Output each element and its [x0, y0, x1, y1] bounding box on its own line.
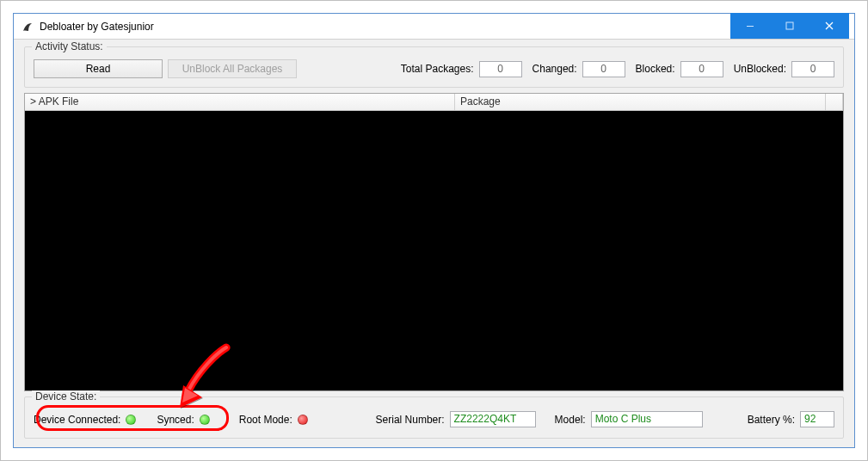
close-button[interactable] — [810, 13, 849, 39]
minimize-button[interactable] — [730, 13, 770, 39]
changed-value: 0 — [582, 61, 625, 77]
battery-value: 92 — [800, 411, 834, 427]
app-window: Debloater by Gatesjunior Activity Status… — [13, 13, 855, 448]
svg-rect-0 — [747, 26, 754, 27]
device-legend: Device State: — [32, 390, 100, 403]
unblocked-label: UnBlocked: — [734, 63, 786, 75]
changed-label: Changed: — [532, 63, 577, 75]
model-label: Model: — [555, 414, 586, 426]
device-connected-label: Device Connected: — [34, 414, 120, 426]
activity-row: Read UnBlock All Packages Total Packages… — [34, 59, 834, 78]
battery-label: Battery %: — [748, 414, 795, 426]
window-content: Activity Status: Read UnBlock All Packag… — [14, 40, 854, 447]
synced-label: Synced: — [157, 414, 194, 426]
serial-number-label: Serial Number: — [376, 414, 445, 426]
maximize-button[interactable] — [770, 13, 810, 39]
device-row: Device Connected: Synced: Root Mode: Ser… — [34, 409, 834, 429]
device-state-group: Device State: Device Connected: Synced: … — [24, 396, 844, 439]
total-packages-label: Total Packages: — [401, 63, 474, 75]
synced-led-icon — [200, 415, 210, 425]
blocked-label: Blocked: — [636, 63, 675, 75]
total-packages-value: 0 — [479, 61, 522, 77]
table-header: > APK File Package — [25, 94, 843, 111]
device-connected-led-icon — [126, 415, 136, 425]
window-buttons — [730, 14, 849, 39]
column-spacer — [826, 94, 843, 110]
app-icon — [21, 20, 34, 34]
package-table: > APK File Package — [24, 93, 844, 391]
model-value: Moto C Plus — [591, 411, 703, 427]
root-mode-led-icon — [298, 415, 308, 425]
blocked-value: 0 — [680, 61, 723, 77]
unblocked-value: 0 — [791, 61, 834, 77]
unblock-all-button: UnBlock All Packages — [168, 59, 297, 78]
serial-number-value: ZZ2222Q4KT — [450, 411, 536, 427]
column-apk-file[interactable]: > APK File — [25, 94, 455, 110]
window-title: Debloater by Gatesjunior — [40, 21, 730, 33]
table-body — [25, 111, 843, 390]
svg-rect-1 — [786, 22, 793, 29]
activity-legend: Activity Status: — [32, 40, 107, 52]
activity-status-group: Activity Status: Read UnBlock All Packag… — [24, 46, 844, 88]
titlebar: Debloater by Gatesjunior — [14, 14, 854, 40]
read-button[interactable]: Read — [34, 59, 163, 78]
column-package[interactable]: Package — [455, 94, 826, 110]
root-mode-label: Root Mode: — [239, 414, 292, 426]
